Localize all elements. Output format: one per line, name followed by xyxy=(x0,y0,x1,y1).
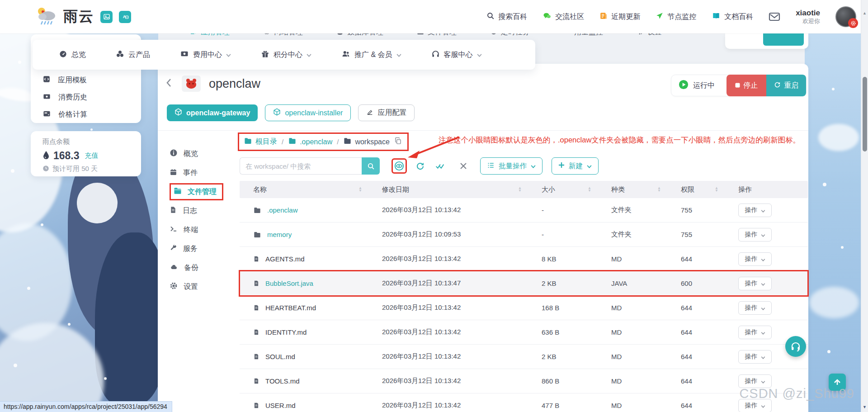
search-button[interactable] xyxy=(362,157,380,175)
file-size: 2 KB xyxy=(528,353,598,360)
sidebar-item-price-calc[interactable]: 价格计算 xyxy=(31,107,141,122)
table-row[interactable]: .openclaw 2026年03月12日 10:13:42 - 文件夹 755… xyxy=(240,198,808,223)
appnav-site-manage[interactable]: 网站管理 xyxy=(263,33,303,37)
megamenu-points[interactable]: 积分中心 xyxy=(261,50,311,60)
folder-icon xyxy=(174,187,182,197)
nav-recent-updates[interactable]: 近期更新 xyxy=(599,12,640,22)
nav-node-monitor[interactable]: 节点监控 xyxy=(656,12,696,22)
appnav-usage[interactable]: 用量监控 xyxy=(563,33,603,37)
tab-openclaw-installer[interactable]: openclaw-installer xyxy=(265,104,351,121)
file-kind: MD xyxy=(598,328,667,336)
file-kind: MD xyxy=(598,377,667,385)
sidebar-item-spend-history[interactable]: 消费历史 xyxy=(31,90,141,105)
file-name[interactable]: AGENTS.md xyxy=(265,255,305,263)
nav-community[interactable]: 交流社区 xyxy=(542,12,584,22)
file-name[interactable]: SOUL.md xyxy=(265,353,295,360)
table-row[interactable]: AGENTS.md 2026年03月12日 10:13:42 8 KB MD 6… xyxy=(240,247,808,271)
breadcrumb-parent[interactable]: .openclaw xyxy=(288,137,332,147)
row-action-button[interactable]: 操作 xyxy=(738,374,772,388)
tab-openclaw-gateway[interactable]: openclaw-gateway xyxy=(167,104,258,121)
file-name[interactable]: IDENTITY.md xyxy=(265,328,307,336)
stop-icon xyxy=(735,81,740,90)
file-size: - xyxy=(528,206,598,214)
menu-settings[interactable]: 设置 xyxy=(170,277,240,296)
file-name[interactable]: HEARTBEAT.md xyxy=(265,304,316,312)
breadcrumb-current[interactable]: workspace xyxy=(343,137,389,147)
support-fab[interactable] xyxy=(785,336,806,357)
menu-overview[interactable]: 概览 xyxy=(170,144,240,163)
clipped-teal-button[interactable] xyxy=(763,33,804,46)
menu-events[interactable]: 事件 xyxy=(170,163,240,182)
mail-icon[interactable] xyxy=(769,12,780,22)
brand[interactable]: 雨云 xyxy=(35,6,94,28)
translate-icon[interactable]: A xyxy=(119,11,131,23)
gallery-icon[interactable] xyxy=(100,11,113,23)
table-row[interactable]: HEARTBEAT.md 2026年03月12日 10:13:42 168 B … xyxy=(240,296,808,320)
table-row[interactable]: memory 2026年03月12日 10:09:53 - 文件夹 755 操作 xyxy=(240,223,808,247)
row-action-button[interactable]: 操作 xyxy=(738,277,772,290)
status-url: https://app.rainyun.com/apps/rca/project… xyxy=(0,401,172,412)
avatar[interactable] xyxy=(835,6,856,27)
appnav-cron[interactable]: 定时任务 xyxy=(490,33,530,37)
scrollbar-thumb[interactable] xyxy=(863,77,867,152)
file-table-body: .openclaw 2026年03月12日 10:13:42 - 文件夹 755… xyxy=(240,198,808,412)
users-icon xyxy=(341,50,350,60)
eye-icon[interactable] xyxy=(393,159,406,173)
row-action-button[interactable]: 操作 xyxy=(738,228,772,242)
new-item-dropdown[interactable]: 新建 xyxy=(552,157,599,175)
recharge-link[interactable]: 充值 xyxy=(85,152,99,160)
sort-kind[interactable]: ▲▼ xyxy=(657,187,661,192)
scrollbar[interactable]: ▲ ▼ xyxy=(861,0,868,412)
scrollbar-down-arrow[interactable]: ▼ xyxy=(863,405,867,409)
table-row[interactable]: BubbleSort.java 2026年03月12日 10:13:47 2 K… xyxy=(240,271,808,296)
appnav-settings[interactable]: 设置 xyxy=(637,33,662,37)
row-action-button[interactable]: 操作 xyxy=(738,350,772,364)
megamenu-billing[interactable]: 费用中心 xyxy=(180,50,231,60)
file-name[interactable]: .openclaw xyxy=(267,206,298,214)
row-action-button[interactable]: 操作 xyxy=(738,204,772,217)
appnav-file-manage[interactable]: 文件管理 xyxy=(417,33,457,37)
nav-search-wiki[interactable]: 搜索百科 xyxy=(486,12,527,22)
sort-date[interactable]: ▲▼ xyxy=(518,187,522,192)
batch-actions-dropdown[interactable]: 批量操作 xyxy=(480,157,542,175)
file-name[interactable]: BubbleSort.java xyxy=(265,279,313,287)
file-name[interactable]: memory xyxy=(267,231,292,238)
menu-file-manager[interactable]: 文件管理 xyxy=(170,182,240,201)
stop-button[interactable]: 停止 xyxy=(726,75,766,96)
breadcrumb-root[interactable]: 根目录 xyxy=(244,137,277,147)
nav-docs-wiki[interactable]: 文档百科 xyxy=(712,12,753,22)
appnav-db-manage[interactable]: 数据库管理 xyxy=(336,33,383,37)
table-row[interactable]: USER.md 2026年03月12日 10:13:42 477 B MD 64… xyxy=(240,393,808,412)
menu-services[interactable]: 服务 xyxy=(170,239,240,258)
menu-terminal[interactable]: 终端 xyxy=(170,220,240,239)
user-info[interactable]: xiaotie 欢迎你 xyxy=(796,9,820,25)
megamenu-support[interactable]: 客服中心 xyxy=(431,50,482,60)
row-action-button[interactable]: 操作 xyxy=(738,252,772,266)
file-size: 477 B xyxy=(528,402,598,409)
sort-perm[interactable]: ▲▼ xyxy=(715,187,718,192)
sidebar-item-app-templates[interactable]: 应用模板 xyxy=(31,72,141,88)
menu-backups[interactable]: 备份 xyxy=(170,258,240,277)
tab-app-config[interactable]: 应用配置 xyxy=(358,104,415,121)
copy-path-icon[interactable] xyxy=(394,137,402,147)
scrollbar-up-arrow[interactable]: ▲ xyxy=(863,11,867,15)
megamenu-affiliate[interactable]: 推广 & 会员 xyxy=(341,50,401,60)
chevron-down-icon xyxy=(396,51,401,59)
megamenu-overview[interactable]: 总览 xyxy=(59,50,86,60)
search-input[interactable] xyxy=(240,157,362,175)
table-row[interactable]: IDENTITY.md 2026年03月12日 10:13:42 636 B M… xyxy=(240,320,808,345)
sort-name[interactable]: ▲▼ xyxy=(359,187,362,192)
table-row[interactable]: SOUL.md 2026年03月12日 10:13:42 2 KB MD 644… xyxy=(240,345,808,369)
appnav-app-manage[interactable]: 应用管理 xyxy=(190,33,230,37)
menu-logs[interactable]: 日志 xyxy=(170,201,240,220)
table-row[interactable]: TOOLS.md 2026年03月12日 10:13:42 860 B MD 6… xyxy=(240,369,808,393)
megamenu-cloud-products[interactable]: 云产品 xyxy=(116,50,150,60)
restart-button[interactable]: 重启 xyxy=(766,75,806,96)
row-action-button[interactable]: 操作 xyxy=(738,301,772,315)
sort-size[interactable]: ▲▼ xyxy=(588,187,591,192)
file-name[interactable]: TOOLS.md xyxy=(265,377,300,385)
file-name[interactable]: USER.md xyxy=(265,402,296,409)
back-button[interactable] xyxy=(166,78,172,89)
row-action-button[interactable]: 操作 xyxy=(738,326,772,339)
file-kind: MD xyxy=(598,304,667,312)
